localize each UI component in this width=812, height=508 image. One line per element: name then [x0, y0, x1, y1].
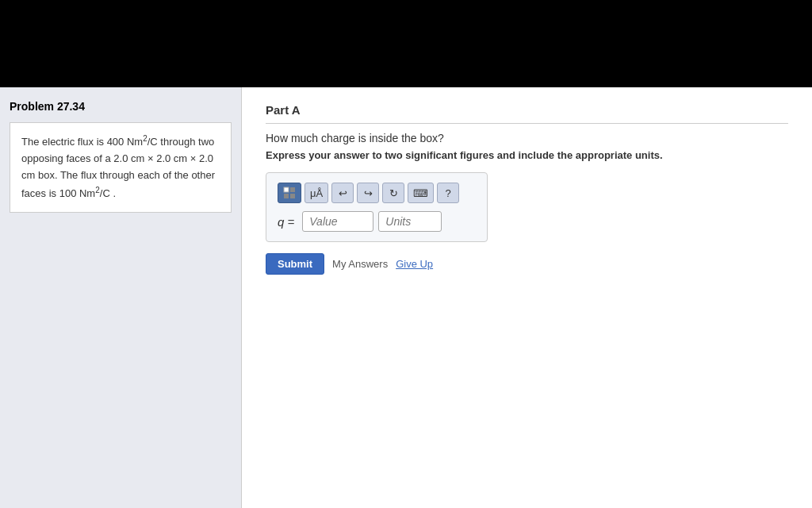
- svg-rect-3: [290, 194, 295, 198]
- submit-button[interactable]: Submit: [266, 253, 324, 275]
- problem-box: The electric flux is 400 Nm2/C through t…: [10, 122, 232, 213]
- refresh-button[interactable]: ↻: [382, 183, 404, 203]
- give-up-link[interactable]: Give Up: [396, 258, 433, 270]
- redo-button[interactable]: ↪: [357, 183, 379, 203]
- grid-button[interactable]: [278, 183, 301, 203]
- redo-icon: ↪: [364, 187, 373, 199]
- my-answers-link[interactable]: My Answers: [332, 258, 388, 270]
- refresh-icon: ↻: [389, 187, 398, 199]
- svg-rect-0: [284, 187, 289, 192]
- help-icon: ?: [446, 187, 451, 199]
- keyboard-icon: ⌨: [413, 187, 428, 199]
- svg-rect-2: [284, 194, 289, 198]
- value-input[interactable]: [302, 211, 373, 232]
- part-header: Part A: [266, 103, 788, 124]
- sidebar-problem-title: Problem 27.34: [10, 100, 232, 113]
- undo-button[interactable]: ↩: [331, 183, 354, 203]
- grid-icon: [283, 187, 296, 199]
- undo-icon: ↩: [339, 187, 347, 199]
- question-text: How much charge is inside the box?: [266, 132, 788, 144]
- mu-label: μÅ: [310, 187, 323, 199]
- mu-button[interactable]: μÅ: [304, 183, 328, 203]
- q-label: q =: [278, 215, 294, 229]
- help-button[interactable]: ?: [437, 183, 459, 203]
- problem-text: The electric flux is 400 Nm2/C through t…: [21, 136, 215, 199]
- instruction-text: Express your answer to two significant f…: [266, 149, 788, 161]
- svg-rect-1: [290, 187, 295, 192]
- top-bar: [0, 0, 812, 87]
- answer-box: μÅ ↩ ↪ ↻ ⌨ ? q =: [266, 172, 488, 242]
- sidebar: Problem 27.34 The electric flux is 400 N…: [0, 87, 242, 508]
- keyboard-button[interactable]: ⌨: [408, 183, 434, 203]
- content-area: Part A How much charge is inside the box…: [242, 87, 812, 508]
- units-input[interactable]: [378, 211, 442, 232]
- toolbar: μÅ ↩ ↪ ↻ ⌨ ?: [278, 183, 476, 203]
- action-row: Submit My Answers Give Up: [266, 253, 788, 275]
- input-row: q =: [278, 211, 476, 232]
